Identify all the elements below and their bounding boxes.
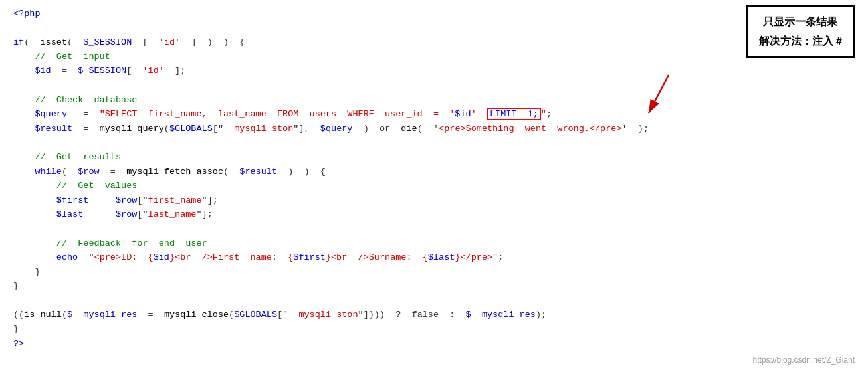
code-line-blank-2 bbox=[13, 78, 855, 93]
code-line-close-brace: } bbox=[13, 322, 855, 337]
code-line-close-while: } bbox=[13, 265, 855, 280]
annotation-box: 只显示一条结果 解决方法：注入 # bbox=[746, 5, 855, 58]
arrow-container bbox=[629, 72, 682, 121]
code-line-comment-results: // Get results bbox=[13, 150, 855, 165]
code-line-blank-3 bbox=[13, 136, 855, 150]
code-line-comment-input: // Get input bbox=[13, 50, 855, 64]
code-line-while: while( $row = mysqli_fetch_assoc( $resul… bbox=[13, 165, 855, 179]
code-line-first: $first = $row["first_name"]; bbox=[13, 193, 855, 208]
code-line-query: $query = "SELECT first_name, last_name F… bbox=[13, 107, 855, 122]
code-line-1: <?php bbox=[13, 7, 855, 21]
code-line-close-if: } bbox=[13, 279, 855, 294]
code-line-comment-values: // Get values bbox=[13, 179, 855, 193]
code-line-comment-feedback: // Feedback for end user bbox=[13, 236, 855, 251]
code-line-result: $result = mysqli_query($GLOBALS["__mysql… bbox=[13, 122, 855, 136]
code-line-blank-4 bbox=[13, 222, 855, 236]
code-line-id: $id = $_SESSION[ 'id' ]; bbox=[13, 64, 855, 78]
code-area: 只显示一条结果 解决方法：注入 # <?php if( isset( $_SES… bbox=[0, 0, 868, 368]
annotation-line1: 只显示一条结果 bbox=[759, 13, 842, 32]
svg-line-1 bbox=[649, 75, 669, 113]
code-line-if: if( isset( $_SESSION [ 'id' ] ) ) { bbox=[13, 35, 855, 50]
code-line-blank-5 bbox=[13, 294, 855, 308]
code-block: <?php if( isset( $_SESSION [ 'id' ] ) ) … bbox=[13, 7, 855, 351]
code-line-close: ((is_null($__mysqli_res = mysqli_close($… bbox=[13, 308, 855, 322]
code-line-last: $last = $row["last_name"]; bbox=[13, 207, 855, 222]
code-line-php-close: ?> bbox=[13, 337, 855, 351]
code-line-echo: echo "<pre>ID: {$id}<br />First name: {$… bbox=[13, 250, 855, 265]
watermark: https://blog.csdn.net/Z_Giant bbox=[753, 355, 855, 365]
code-line-blank-1 bbox=[13, 21, 855, 36]
annotation-line2: 解决方法：注入 # bbox=[759, 32, 842, 51]
code-line-comment-db: // Check database bbox=[13, 93, 855, 108]
